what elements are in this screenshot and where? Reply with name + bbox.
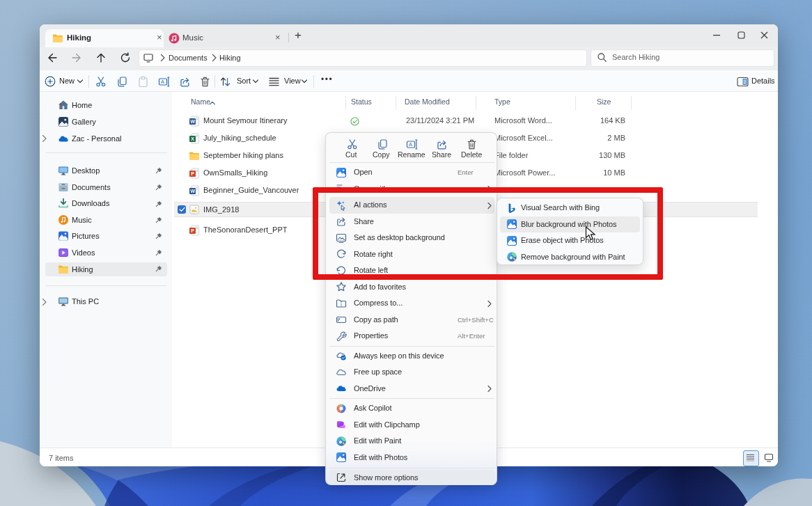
svg-text:A: A: [409, 141, 412, 148]
svg-text:W: W: [191, 119, 196, 124]
svg-text:A: A: [161, 79, 164, 85]
svg-text:P: P: [191, 171, 194, 176]
svg-text:X: X: [191, 136, 194, 141]
svg-text:P: P: [191, 228, 194, 233]
svg-text:W: W: [191, 189, 196, 193]
